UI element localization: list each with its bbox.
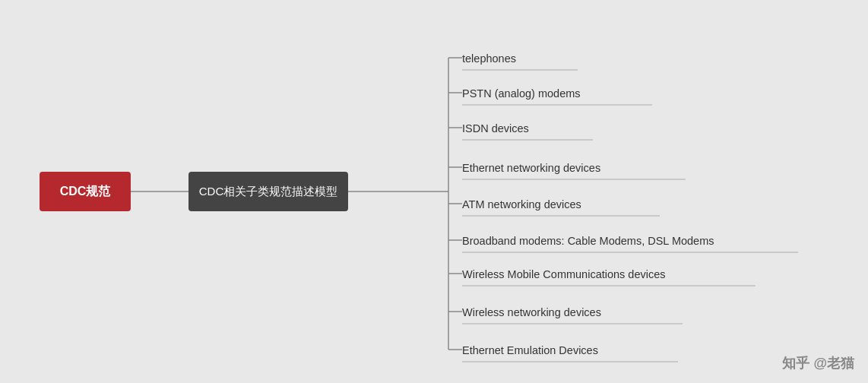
leaf-ethernet-emulation: Ethernet Emulation Devices — [462, 340, 598, 361]
leaf-telephones: telephones — [462, 48, 516, 69]
leaf-wireless-mobile: Wireless Mobile Communications devices — [462, 264, 666, 285]
root-node: CDC规范 — [40, 172, 131, 211]
middle-node: CDC相关子类规范描述模型 — [188, 172, 348, 211]
leaf-broadband: Broadband modems: Cable Modems, DSL Mode… — [462, 230, 714, 252]
leaf-ethernet-networking: Ethernet networking devices — [462, 157, 600, 179]
leaf-pstn: PSTN (analog) modems — [462, 83, 581, 104]
leaf-atm: ATM networking devices — [462, 194, 581, 215]
root-label: CDC规范 — [60, 184, 111, 200]
leaf-isdn: ISDN devices — [462, 118, 529, 139]
mind-map-diagram: CDC规范 CDC相关子类规范描述模型 telephones PSTN (ana… — [0, 0, 868, 383]
watermark: 知乎 @老猫 — [782, 354, 854, 372]
middle-label: CDC相关子类规范描述模型 — [199, 185, 338, 199]
leaf-wireless-networking: Wireless networking devices — [462, 302, 601, 323]
